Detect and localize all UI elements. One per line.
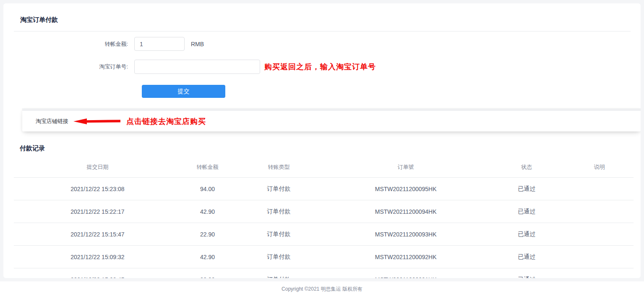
- cell-date: 2021/12/22 15:09:32: [14, 254, 181, 260]
- cell-status: 已通过: [488, 231, 566, 238]
- col-header-type: 转账类型: [234, 163, 323, 171]
- cell-date: 2021/12/22 15:22:17: [14, 208, 181, 215]
- table-row: 2021/12/22 15:23:0894.00订单付款MSTW20211200…: [14, 178, 634, 200]
- content-card: 淘宝订单付款 转帐金额: RMB 淘宝订单号: 购买返回之后，输入淘宝订单号 提…: [3, 3, 641, 278]
- page-title: 淘宝订单付款: [20, 16, 641, 24]
- table-row: 2021/12/22 15:09:3242.90订单付款MSTW20211200…: [14, 246, 634, 268]
- copyright-footer: Copyright ©2021 明思集运 版权所有: [0, 286, 644, 293]
- cell-type: 订单付款: [234, 276, 323, 278]
- cell-status: 已通过: [488, 208, 566, 215]
- title-divider: [14, 31, 631, 32]
- order-form-row: 淘宝订单号: 购买返回之后，输入淘宝订单号: [3, 60, 641, 74]
- col-header-date: 提交日期: [14, 163, 181, 171]
- table-row: 2021/12/22 15:02:4522.90订单付款MSTW20211200…: [14, 268, 634, 278]
- shop-link-panel: 淘宝店铺链接 点击链接去淘宝店购买: [22, 108, 641, 131]
- cell-status: 已通过: [488, 253, 566, 261]
- currency-label: RMB: [191, 41, 204, 47]
- cell-type: 订单付款: [234, 231, 323, 238]
- cell-type: 订单付款: [234, 185, 323, 193]
- cell-amount: 42.90: [181, 208, 234, 215]
- cell-status: 已通过: [488, 276, 566, 278]
- shop-link-annotation: 点击链接去淘宝店购买: [126, 116, 206, 126]
- cell-date: 2021/12/22 15:23:08: [14, 186, 181, 192]
- shop-link-row: 淘宝店铺链接 点击链接去淘宝店购买: [22, 111, 641, 131]
- cell-date: 2021/12/22 15:15:47: [14, 231, 181, 238]
- records-table-body: 2021/12/22 15:23:0894.00订单付款MSTW20211200…: [14, 178, 634, 278]
- cell-order-no: MSTW20211200093HK: [323, 231, 488, 238]
- amount-input[interactable]: [134, 37, 185, 51]
- col-header-note: 说明: [565, 163, 633, 171]
- cell-amount: 42.90: [181, 254, 234, 260]
- table-header-row: 提交日期 转帐金额 转账类型 订单號 状态 说明: [14, 157, 634, 178]
- cell-amount: 22.90: [181, 276, 234, 278]
- order-annotation: 购买返回之后，输入淘宝订单号: [264, 62, 376, 72]
- cell-order-no: MSTW20211200092HK: [323, 254, 488, 260]
- cell-type: 订单付款: [234, 253, 323, 261]
- table-row: 2021/12/22 15:15:4722.90订单付款MSTW20211200…: [14, 223, 634, 246]
- shop-link[interactable]: 淘宝店铺链接: [36, 118, 68, 125]
- left-arrow-icon: [73, 118, 120, 125]
- cell-date: 2021/12/22 15:02:45: [14, 276, 181, 278]
- cell-order-no: MSTW20211200094HK: [323, 208, 488, 215]
- col-header-status: 状态: [488, 163, 566, 171]
- order-number-label: 淘宝订单号:: [3, 63, 128, 71]
- submit-button[interactable]: 提交: [142, 85, 225, 98]
- cell-order-no: MSTW20211200095HK: [323, 186, 488, 192]
- payment-records-table: 提交日期 转帐金额 转账类型 订单號 状态 说明 2021/12/22 15:2…: [14, 157, 634, 278]
- cell-amount: 22.90: [181, 231, 234, 238]
- cell-type: 订单付款: [234, 208, 323, 215]
- col-header-order-no: 订单號: [323, 163, 488, 171]
- amount-form-row: 转帐金额: RMB: [3, 37, 641, 51]
- submit-row: 提交: [3, 85, 641, 98]
- cell-order-no: MSTW20211200091HK: [323, 276, 488, 278]
- cell-amount: 94.00: [181, 186, 234, 192]
- page-background: 淘宝订单付款 转帐金额: RMB 淘宝订单号: 购买返回之后，输入淘宝订单号 提…: [0, 0, 644, 281]
- table-row: 2021/12/22 15:22:1742.90订单付款MSTW20211200…: [14, 200, 634, 223]
- amount-label: 转帐金额:: [3, 40, 128, 48]
- records-title: 付款记录: [20, 145, 641, 152]
- col-header-amount: 转帐金额: [181, 163, 234, 171]
- order-number-input[interactable]: [134, 60, 260, 74]
- cell-status: 已通过: [488, 185, 566, 193]
